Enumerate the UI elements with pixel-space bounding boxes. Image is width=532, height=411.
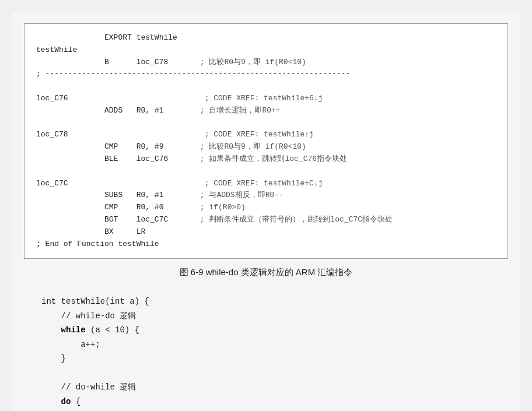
asm-line: BX LR (36, 226, 496, 238)
code-line: a++; (41, 338, 508, 352)
asm-line: testWhile (36, 44, 496, 57)
code-line (41, 366, 508, 381)
asm-line: SUBS R0, #1 ; 与ADDS相反，即R0-- (36, 189, 496, 202)
asm-line: CMP R0, #9 ; 比较R0与9，即 if(R0<10) (36, 141, 496, 153)
asm-line: BGT loc_C7C ; 判断条件成立（带符号的），跳转到loc_C7C指令块… (36, 214, 496, 226)
asm-line: BLE loc_C76 ; 如果条件成立，跳转到loc_C76指令块处 (36, 153, 496, 166)
code-line: // while-do 逻辑 (41, 309, 508, 324)
asm-line: B loc_C78 ; 比较R0与9，即 if(R0<10) (36, 57, 496, 69)
asm-line: CMP R0, #0 ; if(R0>0) (36, 202, 496, 214)
asm-line (36, 117, 496, 129)
asm-line: loc_C76 ; CODE XREF: testWhile+6↓j (36, 93, 496, 105)
asm-line: loc_C7C ; CODE XREF: testWhile+C↓j (36, 178, 496, 190)
asm-line (36, 166, 496, 178)
asm-line: EXPORT testWhile (36, 32, 496, 44)
figure-caption: 图 6-9 while-do 类逻辑对应的 ARM 汇编指令 (24, 267, 508, 278)
asm-line: ; End of Function testWhile (36, 238, 496, 251)
asm-line: ADDS R0, #1 ; 自增长逻辑，即R0++ (36, 105, 496, 117)
code-line: // do-while 逻辑 (41, 380, 508, 395)
code-line: while (a < 10) { (41, 323, 508, 338)
code-line: do { (41, 395, 508, 409)
code-line: int testWhile(int a) { (41, 294, 508, 309)
asm-line (36, 80, 496, 93)
code-line: a--; (41, 409, 508, 411)
asm-line: loc_C78 ; CODE XREF: testWhile↑j (36, 129, 496, 141)
asm-code-box: EXPORT testWhile testWhile B loc_C78 ; 比… (24, 23, 508, 259)
page-container: EXPORT testWhile testWhile B loc_C78 ; 比… (12, 12, 520, 411)
code-line: } (41, 352, 508, 366)
asm-line: ; --------------------------------------… (36, 68, 496, 80)
caption-text: 图 6-9 while-do 类逻辑对应的 ARM 汇编指令 (180, 267, 353, 277)
c-code-block: int testWhile(int a) { // while-do 逻辑 wh… (24, 291, 508, 411)
